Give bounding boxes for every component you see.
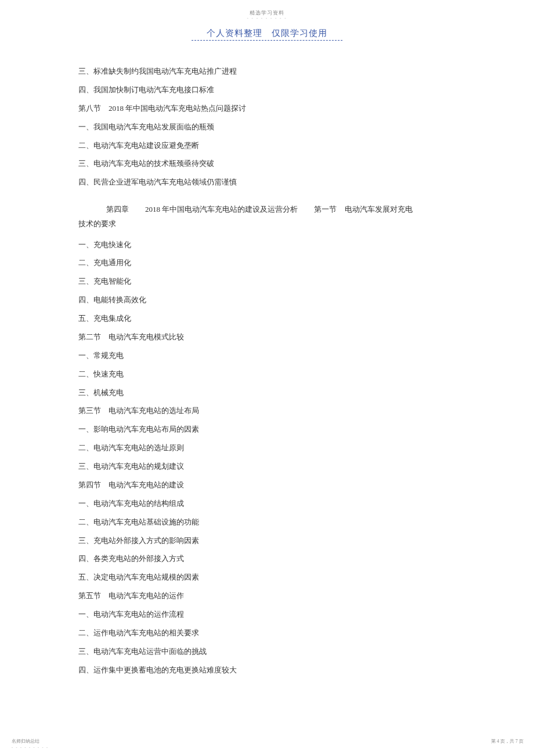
toc-line: 第二节 电动汽车充电模式比较 (78, 332, 450, 342)
chapter-heading-row: 第四章2018 年中国电动汽车充电站的建设及运营分析第一节电动汽车发展对充电 技… (106, 202, 450, 231)
document-body: 三、标准缺失制约我国电动汽车充电站推广进程 四、我国加快制订电动汽车充电接口标准… (78, 66, 450, 683)
toc-line: 三、电动汽车充电站的规划建议 (78, 461, 450, 472)
toc-line: 一、影响电动汽车充电站布局的因素 (78, 424, 450, 435)
toc-line: 一、充电快速化 (78, 240, 450, 250)
toc-line: 一、电动汽车充电站的运作流程 (78, 609, 450, 620)
toc-line: 二、电动汽车充电站建设应避免垄断 (78, 140, 450, 151)
toc-line: 三、标准缺失制约我国电动汽车充电站推广进程 (78, 66, 450, 77)
toc-line: 四、我国加快制订电动汽车充电接口标准 (78, 85, 450, 95)
page-header-title: 个人资料整理 仅限学习使用 (192, 28, 342, 41)
toc-line: 一、常规充电 (78, 350, 450, 361)
section-title-part2: 技术的要求 (78, 217, 450, 231)
toc-line: 五、充电集成化 (78, 313, 450, 324)
toc-line: 二、电动汽车充电站基础设施的功能 (78, 517, 450, 527)
toc-line: 第五节 电动汽车充电站的运作 (78, 591, 450, 601)
toc-line: 四、运作集中更换蓄电池的充电更换站难度较大 (78, 665, 450, 675)
footer-left-dashes: - - - - - - - - - (12, 746, 49, 749)
toc-line: 二、快速充电 (78, 369, 450, 379)
toc-line: 二、运作电动汽车充电站的相关要求 (78, 628, 450, 638)
footer-page-number: 第 4 页，共 7 页 (491, 738, 524, 744)
toc-line: 三、充电智能化 (78, 276, 450, 287)
toc-line: 一、电动汽车充电站的结构组成 (78, 498, 450, 509)
toc-line: 三、电动汽车充电站运营中面临的挑战 (78, 646, 450, 657)
toc-line: 一、我国电动汽车充电站发展面临的瓶颈 (78, 122, 450, 132)
toc-line: 五、决定电动汽车充电站规模的因素 (78, 572, 450, 583)
toc-line: 四、电能转换高效化 (78, 295, 450, 305)
toc-line: 四、民营企业进军电动汽车充电站领域仍需谨慎 (78, 177, 450, 187)
toc-line: 第八节 2018 年中国电动汽车充电站热点问题探讨 (78, 103, 450, 114)
toc-line: 第三节 电动汽车充电站的选址布局 (78, 406, 450, 416)
top-watermark-dashes: - - - - - - - - - (247, 16, 287, 20)
toc-line: 第四节 电动汽车充电站的建设 (78, 480, 450, 490)
chapter-label: 第四章 (106, 205, 129, 214)
section-title-part1: 电动汽车发展对充电 (345, 205, 413, 214)
footer-left-label: 名师归纳总结 (12, 738, 39, 744)
toc-line: 三、电动汽车充电站的技术瓶颈亟待突破 (78, 158, 450, 169)
toc-line: 三、充电站外部接入方式的影响因素 (78, 536, 450, 546)
toc-line: 四、各类充电站的外部接入方式 (78, 554, 450, 564)
chapter-title: 2018 年中国电动汽车充电站的建设及运营分析 (145, 205, 298, 214)
toc-line: 二、电动汽车充电站的选址原则 (78, 443, 450, 453)
toc-line: 二、充电通用化 (78, 258, 450, 268)
section-label: 第一节 (314, 205, 337, 214)
toc-line: 三、机械充电 (78, 388, 450, 398)
